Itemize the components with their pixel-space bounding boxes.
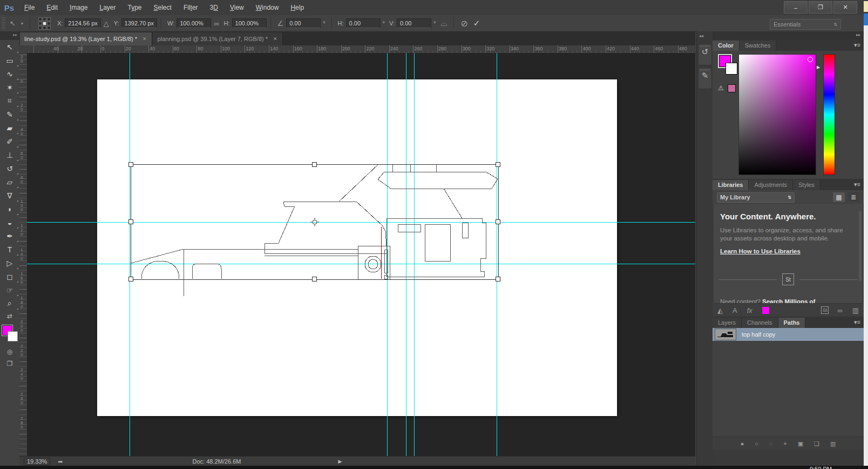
commit-transform-button[interactable]: ✓: [473, 18, 480, 28]
delete-path-icon[interactable]: ▥: [830, 440, 836, 447]
add-mask-icon[interactable]: ▣: [798, 440, 803, 447]
horizontal-ruler[interactable]: 4020020406080100120140160180200220240260…: [27, 45, 695, 53]
transform-handle[interactable]: [496, 277, 500, 282]
libraries-tab-styles[interactable]: Styles: [793, 180, 820, 190]
lasso-tool[interactable]: ∿: [0, 67, 19, 81]
eraser-tool[interactable]: ▱: [0, 175, 19, 189]
menu-filter[interactable]: Filter: [178, 4, 204, 11]
quick-mask-button[interactable]: ◎: [0, 346, 19, 358]
y-input[interactable]: 1392.70 px: [121, 18, 157, 28]
menu-image[interactable]: Image: [64, 4, 93, 11]
tool-preset-arrow[interactable]: ▾: [21, 21, 23, 26]
libraries-panel-menu-icon[interactable]: ▾≡: [854, 181, 860, 188]
transform-handle[interactable]: [128, 162, 133, 167]
workspace-switcher[interactable]: Essentials ⇅: [770, 19, 841, 30]
zoom-level-field[interactable]: 19.33%: [24, 458, 50, 466]
transform-handle[interactable]: [496, 162, 500, 167]
restore-button[interactable]: ❐: [809, 1, 832, 14]
width-input[interactable]: 100.00%: [177, 18, 211, 28]
background-color-swatch[interactable]: [8, 331, 18, 341]
library-select[interactable]: My Library ⇅: [717, 192, 795, 203]
cancel-transform-button[interactable]: ⊘: [460, 18, 467, 29]
fill-path-icon[interactable]: ●: [741, 440, 744, 447]
saturation-brightness-field[interactable]: [738, 54, 816, 175]
shape-tool[interactable]: ◻: [0, 270, 19, 283]
color-panel-menu-icon[interactable]: ▾≡: [854, 42, 860, 49]
ref-point-cell[interactable]: [43, 26, 46, 30]
height-input[interactable]: 100.00%: [232, 18, 267, 28]
history-panel-icon[interactable]: ↺: [698, 44, 712, 65]
close-button[interactable]: ✕: [833, 1, 857, 14]
transform-handle[interactable]: [496, 219, 500, 224]
creative-cloud-icon[interactable]: ∞: [837, 306, 842, 314]
path-thumbnail[interactable]: [715, 329, 736, 340]
reference-point-locator[interactable]: [38, 17, 51, 30]
stroke-path-icon[interactable]: ○: [755, 440, 758, 447]
new-path-icon[interactable]: ❏: [814, 440, 819, 447]
tab-close-icon[interactable]: ✕: [273, 36, 277, 42]
paint-bucket-tool[interactable]: ∇: [0, 189, 19, 202]
rotate-input[interactable]: 0.00: [286, 18, 321, 28]
menu-file[interactable]: File: [18, 4, 40, 11]
add-layer-style-icon[interactable]: fx: [747, 306, 752, 314]
path-selection-tool[interactable]: ▷: [0, 256, 19, 270]
v-skew-input[interactable]: 0.00: [397, 18, 431, 28]
tool-preset-picker[interactable]: ↖: [10, 19, 16, 28]
list-view-button[interactable]: ≣: [847, 192, 859, 202]
ref-point-cell[interactable]: [38, 26, 42, 30]
warp-mode-button[interactable]: ⌓: [440, 18, 447, 28]
color-field-cursor[interactable]: [808, 57, 813, 62]
transform-reference-point[interactable]: [310, 218, 319, 226]
libraries-tab-libraries[interactable]: Libraries: [713, 180, 749, 190]
paths-panel-menu-icon[interactable]: ▾≡: [854, 319, 860, 326]
dodge-tool[interactable]: ◒: [0, 216, 19, 229]
quick-selection-tool[interactable]: ✶: [0, 81, 19, 94]
menu-help[interactable]: Help: [284, 4, 310, 11]
paths-panel-empty-area[interactable]: [713, 341, 864, 437]
transform-handle[interactable]: [128, 219, 133, 224]
menu-3d[interactable]: 3D: [204, 4, 224, 11]
rectangular-marquee-tool[interactable]: ▭: [0, 53, 19, 67]
ref-point-cell[interactable]: [43, 17, 46, 21]
h-skew-input[interactable]: 0.00: [346, 18, 381, 28]
eyedropper-tool[interactable]: ✎: [0, 108, 19, 121]
gamut-warning-icon[interactable]: ⚠: [718, 84, 724, 92]
grid-view-button[interactable]: ▦: [833, 192, 845, 202]
add-graphic-icon[interactable]: ◭: [717, 306, 723, 314]
color-tab-color[interactable]: Color: [713, 41, 740, 51]
dock-collapse-arrows[interactable]: ▸▸: [713, 31, 864, 39]
blur-tool[interactable]: ◗: [0, 202, 19, 216]
make-work-path-icon[interactable]: ⌖: [783, 440, 786, 447]
transform-handle[interactable]: [312, 162, 317, 167]
menu-edit[interactable]: Edit: [40, 4, 64, 11]
swap-colors-icon[interactable]: ⇄: [0, 310, 19, 322]
menu-window[interactable]: Window: [250, 4, 285, 11]
adobe-stock-icon[interactable]: St: [821, 306, 829, 314]
notes-panel-icon[interactable]: ✎: [698, 68, 712, 89]
ref-point-cell[interactable]: [47, 17, 51, 21]
ref-point-cell[interactable]: [38, 17, 42, 21]
add-character-style-icon[interactable]: A: [733, 306, 737, 314]
add-color-icon[interactable]: [762, 307, 769, 314]
panel-background-swatch[interactable]: [725, 63, 737, 75]
minimize-button[interactable]: –: [784, 1, 808, 14]
spot-healing-brush-tool[interactable]: ▰: [0, 121, 19, 135]
hue-slider-arrow[interactable]: ▶: [817, 65, 820, 70]
delete-icon[interactable]: ▥: [852, 306, 859, 314]
windows-taskbar[interactable]: 9:59 PM: [0, 466, 868, 469]
ref-point-cell[interactable]: [43, 22, 46, 25]
paths-tab-channels[interactable]: Channels: [742, 318, 778, 328]
libraries-learn-link[interactable]: Learn How to Use Libraries: [720, 248, 863, 254]
document-tab-0[interactable]: line-study.psd @ 19.3% (Layer 1, RGB/8) …: [19, 32, 152, 45]
path-row[interactable]: top half copy: [713, 328, 864, 341]
menu-type[interactable]: Type: [121, 4, 147, 11]
libraries-tab-adjustments[interactable]: Adjustments: [749, 180, 793, 190]
transform-handle[interactable]: [128, 277, 133, 282]
gamut-color-swatch[interactable]: [728, 84, 736, 92]
hue-ramp[interactable]: [823, 54, 835, 175]
tool-panel-collapse[interactable]: ▸▸: [0, 31, 19, 40]
menu-select[interactable]: Select: [148, 4, 178, 11]
export-icon[interactable]: ➦: [58, 458, 63, 465]
tab-close-icon[interactable]: ✕: [143, 36, 147, 42]
link-dimensions-icon[interactable]: ∞: [214, 19, 219, 28]
